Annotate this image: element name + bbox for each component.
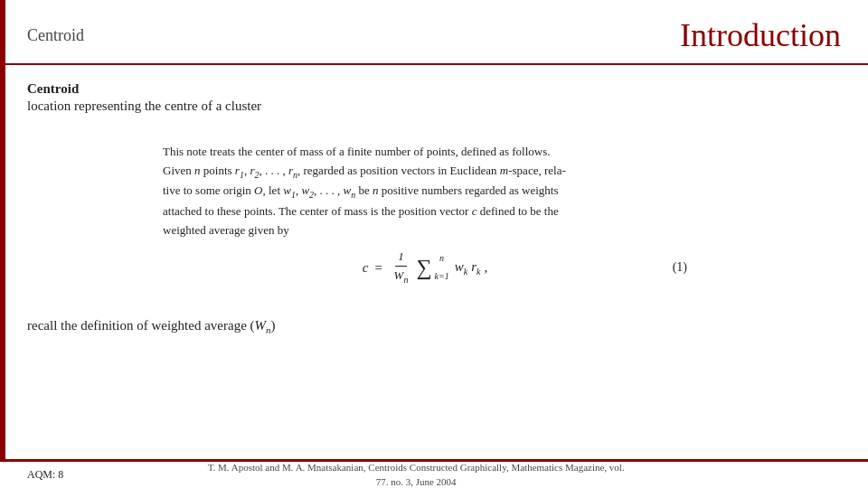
- recall-line: recall the definition of weighted averag…: [27, 318, 841, 335]
- math-formula: c = 1 Wn ∑ n k=1 wk rk , (1): [163, 248, 687, 287]
- slide-footer: AQM: 8 T. M. Apostol and M. A. Mnatsakan…: [0, 459, 868, 488]
- equation-number: (1): [673, 258, 687, 277]
- header-centroid-label: Centroid: [27, 26, 84, 45]
- slide-header: Centroid Introduction: [0, 0, 868, 65]
- footer-reference: T. M. Apostol and M. A. Mnatsakanian, Ce…: [208, 461, 625, 488]
- definition-term: Centroid: [27, 81, 841, 97]
- summation-symbol: ∑: [416, 250, 431, 285]
- math-text-line4: attached to these points. The center of …: [163, 202, 687, 221]
- math-text-line3: tive to some origin O, let w1, w2, . . .…: [163, 182, 687, 202]
- math-text-line5: weighted average given by: [163, 221, 687, 240]
- math-line2-text: Given n points r1, r2, . . . , rn, regar…: [163, 164, 566, 177]
- math-text-line2: Given n points r1, r2, . . . , rn, regar…: [163, 162, 687, 183]
- math-text-line1: This note treats the center of mass of a…: [163, 143, 687, 162]
- fraction: 1 Wn: [392, 248, 411, 287]
- math-block: This note treats the center of mass of a…: [145, 130, 705, 307]
- definition-desc: location representing the centre of a cl…: [27, 99, 841, 114]
- aqm-label: AQM: 8: [27, 468, 63, 482]
- slide-content: Centroid location representing the centr…: [0, 65, 868, 344]
- slide-title: Introduction: [680, 16, 841, 54]
